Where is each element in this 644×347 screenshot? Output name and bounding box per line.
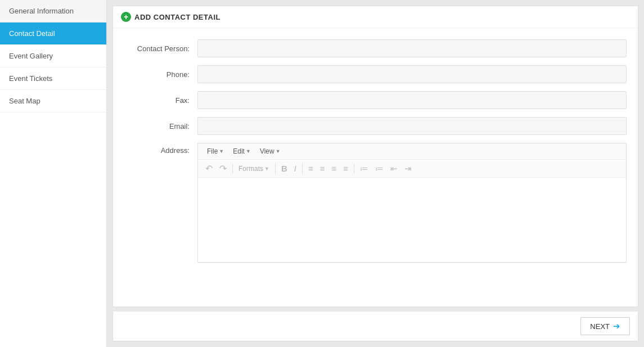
toolbar-separator-4 <box>354 164 354 174</box>
card-title: ADD CONTACT DETAIL <box>134 13 220 21</box>
undo-button[interactable]: ↶ <box>202 162 215 175</box>
phone-row: Phone: <box>124 65 627 83</box>
address-editor-body[interactable] <box>198 178 626 262</box>
email-label: Email: <box>124 122 197 130</box>
sidebar: General Information Contact Detail Event… <box>0 0 107 347</box>
align-justify-button[interactable]: ≡ <box>340 163 351 174</box>
contact-person-input[interactable] <box>197 39 627 57</box>
toolbar-separator-2 <box>275 164 276 174</box>
add-contact-icon: + <box>121 12 131 22</box>
list-ordered-button[interactable]: ≔ <box>372 163 386 175</box>
sidebar-item-contact-detail[interactable]: Contact Detail <box>0 22 106 45</box>
align-left-button[interactable]: ≡ <box>305 163 316 174</box>
align-right-button[interactable]: ≡ <box>328 163 339 174</box>
outdent-button[interactable]: ⇤ <box>388 163 400 175</box>
file-dropdown-arrow: ▼ <box>219 148 224 154</box>
edit-dropdown-arrow: ▼ <box>246 148 251 154</box>
contact-person-row: Contact Person: <box>124 39 627 57</box>
redo-button[interactable]: ↷ <box>217 162 229 175</box>
align-center-button[interactable]: ≡ <box>317 163 328 174</box>
sidebar-item-general-information[interactable]: General Information <box>0 0 106 22</box>
formats-dropdown-arrow: ▼ <box>264 166 269 172</box>
address-editor: File ▼ Edit ▼ View ▼ <box>197 143 627 263</box>
editor-menu-edit[interactable]: Edit ▼ <box>228 146 255 157</box>
fax-label: Fax: <box>124 96 197 105</box>
address-row: Address: File ▼ Edit ▼ View <box>124 143 627 295</box>
toolbar-separator-3 <box>302 164 303 174</box>
bold-button[interactable]: B <box>278 163 290 174</box>
phone-label: Phone: <box>124 70 197 79</box>
editor-menu-view[interactable]: View ▼ <box>255 146 285 157</box>
bottom-panel: NEXT ➔ <box>112 312 638 341</box>
address-label: Address: <box>124 143 197 155</box>
phone-input[interactable] <box>197 65 627 83</box>
sidebar-item-event-gallery[interactable]: Event Gallery <box>0 45 106 67</box>
editor-toolbar: ↶ ↷ Formats ▼ B I ≡ ≡ <box>198 160 626 178</box>
sidebar-item-seat-map[interactable]: Seat Map <box>0 90 106 112</box>
card-body: Contact Person: Phone: Fax: Email: Addre… <box>113 28 638 307</box>
card-header: + ADD CONTACT DETAIL <box>113 6 638 28</box>
italic-button[interactable]: I <box>291 163 299 174</box>
contact-person-label: Contact Person: <box>124 44 197 53</box>
view-dropdown-arrow: ▼ <box>276 148 281 154</box>
fax-input[interactable] <box>197 91 627 109</box>
next-arrow-icon: ➔ <box>613 321 620 331</box>
fax-row: Fax: <box>124 91 627 109</box>
email-row: Email: <box>124 117 627 135</box>
formats-dropdown[interactable]: Formats ▼ <box>236 164 272 174</box>
indent-button[interactable]: ⇥ <box>402 163 415 175</box>
toolbar-separator-1 <box>232 164 233 174</box>
sidebar-item-event-tickets[interactable]: Event Tickets <box>0 67 106 90</box>
editor-menu-bar: File ▼ Edit ▼ View ▼ <box>198 143 626 160</box>
next-button[interactable]: NEXT ➔ <box>580 317 630 335</box>
editor-menu-file[interactable]: File ▼ <box>202 146 228 157</box>
next-button-label: NEXT <box>590 322 610 331</box>
main-area: + ADD CONTACT DETAIL Contact Person: Pho… <box>107 0 644 347</box>
list-unordered-button[interactable]: ≔ <box>357 163 371 175</box>
content-card: + ADD CONTACT DETAIL Contact Person: Pho… <box>112 6 638 307</box>
email-input[interactable] <box>197 117 627 135</box>
